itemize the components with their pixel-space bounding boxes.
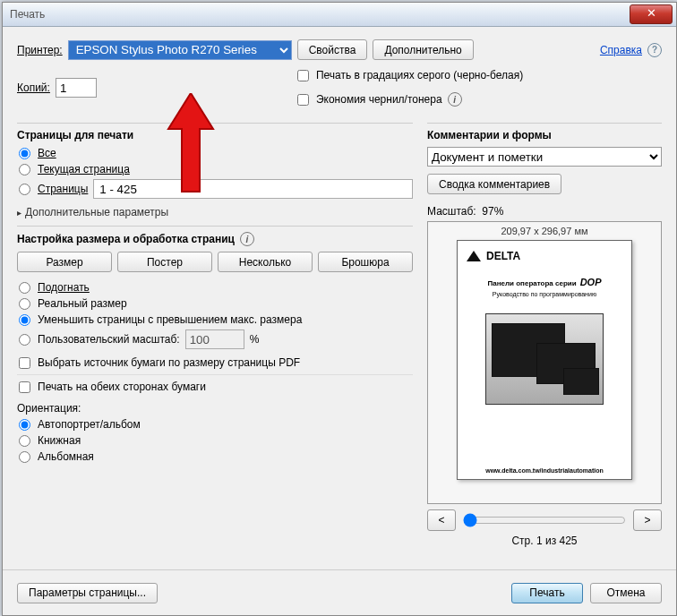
orient-portrait-row: Книжная	[17, 434, 413, 447]
dialog-body: Принтер: EPSON Stylus Photo R270 Series …	[3, 27, 676, 559]
right-column: Комментарии и формы Документ и пометки С…	[427, 116, 662, 547]
orient-landscape-radio[interactable]	[19, 451, 30, 463]
multiple-button[interactable]: Несколько	[218, 252, 313, 272]
left-column: Страницы для печати Все Текущая страница…	[17, 116, 413, 547]
orient-auto-label: Автопортрет/альбом	[38, 418, 141, 431]
pages-current-radio[interactable]	[19, 164, 30, 175]
page-slider[interactable]	[463, 513, 626, 527]
paper-dims: 209,97 x 296,97 мм	[501, 226, 587, 236]
orient-portrait-radio[interactable]	[19, 435, 30, 447]
custom-label: Пользовательский масштаб:	[38, 333, 180, 346]
scale-row: Масштаб: 97%	[427, 205, 662, 218]
orientation-title: Ориентация:	[17, 402, 413, 415]
copies-row: Копий: Печать в градациях серого (черно-…	[17, 65, 662, 110]
scale-value: 97%	[482, 205, 503, 218]
duplex-row: Печать на обеих сторонах бумаги	[17, 381, 413, 393]
orient-landscape-label: Альбомная	[38, 450, 94, 463]
doc-logo: DELTA	[467, 250, 520, 262]
pages-range-radio[interactable]	[19, 184, 30, 195]
custom-scale-input[interactable]	[185, 329, 244, 349]
sizing-button-group: Размер Постер Несколько Брошюра	[17, 252, 413, 272]
page-setup-button[interactable]: Параметры страницы...	[17, 583, 158, 603]
shrink-radio[interactable]	[19, 314, 30, 326]
info-icon[interactable]: i	[448, 92, 462, 107]
orient-auto-radio[interactable]	[19, 419, 30, 431]
properties-button[interactable]: Свойства	[297, 39, 368, 60]
help-icon[interactable]: ?	[647, 43, 662, 57]
footer: Параметры страницы... Печать Отмена	[3, 569, 676, 615]
ink-save-checkbox[interactable]	[297, 94, 309, 106]
advanced-button[interactable]: Дополнительно	[373, 39, 473, 60]
copies-input[interactable]	[56, 78, 97, 98]
cancel-button[interactable]: Отмена	[590, 583, 662, 603]
pages-all-label: Все	[38, 147, 56, 159]
info-icon[interactable]: i	[240, 232, 254, 246]
orientation-panel: Ориентация: Автопортрет/альбом Книжная А…	[17, 402, 413, 463]
device-image	[485, 313, 604, 405]
source-by-pdf-label: Выбрать источник бумаги по размеру стран…	[38, 356, 300, 369]
fit-row: Подогнать	[17, 281, 413, 294]
grayscale-checkbox[interactable]	[297, 70, 309, 81]
orient-auto-row: Автопортрет/альбом	[17, 418, 413, 431]
sizing-title: Настройка размера и обработка страниц i	[17, 232, 413, 246]
pages-range-label: Страницы	[38, 183, 88, 195]
duplex-checkbox[interactable]	[19, 381, 30, 393]
window-title: Печать	[10, 8, 630, 21]
source-by-pdf-checkbox[interactable]	[19, 357, 30, 369]
preview-nav: < >	[427, 509, 662, 531]
page-preview: DELTA Панели оператора серии DOP Руковод…	[457, 240, 632, 480]
next-page-button[interactable]: >	[633, 509, 662, 531]
pages-all-radio[interactable]	[19, 148, 30, 159]
pages-current-label: Текущая страница	[38, 163, 130, 175]
print-button[interactable]: Печать	[511, 583, 583, 603]
comments-summary-button[interactable]: Сводка комментариев	[427, 174, 561, 194]
pages-more-toggle[interactable]: Дополнительные параметры	[17, 206, 168, 218]
pages-current-row: Текущая страница	[17, 163, 413, 175]
scale-label: Масштаб:	[427, 205, 476, 218]
printer-row: Принтер: EPSON Stylus Photo R270 Series …	[17, 39, 662, 60]
ink-save-checkbox-row: Экономия чернил/тонера i	[296, 92, 523, 107]
prev-page-button[interactable]: <	[427, 509, 456, 531]
pages-panel: Страницы для печати Все Текущая страница…	[17, 123, 413, 218]
grayscale-label: Печать в градациях серого (черно-белая)	[316, 69, 523, 81]
custom-row: Пользовательский масштаб: %	[17, 329, 413, 349]
triangle-icon	[467, 251, 481, 261]
pages-all-row: Все	[17, 147, 413, 159]
orient-landscape-row: Альбомная	[17, 450, 413, 463]
close-button[interactable]: ✕	[630, 4, 673, 24]
print-dialog: Печать ✕ Принтер: EPSON Stylus Photo R27…	[2, 2, 677, 616]
pages-range-input[interactable]	[93, 179, 413, 199]
comments-title: Комментарии и формы	[427, 129, 662, 141]
orient-portrait-label: Книжная	[38, 434, 81, 447]
fit-radio[interactable]	[19, 282, 30, 294]
comments-select[interactable]: Документ и пометки	[427, 147, 662, 167]
titlebar: Печать ✕	[3, 3, 676, 27]
main-columns: Страницы для печати Все Текущая страница…	[17, 116, 662, 547]
grayscale-checkbox-row: Печать в градациях серого (черно-белая)	[296, 69, 523, 81]
source-by-pdf-row: Выбрать источник бумаги по размеру стран…	[17, 356, 413, 369]
doc-url: www.delta.com.tw/industrialautomation	[485, 467, 604, 474]
preview-panel: Масштаб: 97% 209,97 x 296,97 мм DELTA Па…	[427, 205, 662, 547]
help-link[interactable]: Справка	[600, 44, 642, 56]
ink-save-label: Экономия чернил/тонера	[316, 93, 442, 106]
actual-radio[interactable]	[19, 298, 30, 310]
preview-box: 209,97 x 296,97 мм DELTA Панели оператор…	[427, 221, 662, 504]
comments-panel: Комментарии и формы Документ и пометки С…	[427, 123, 662, 194]
shrink-label: Уменьшить страницы с превышением макс. р…	[38, 313, 302, 326]
size-button[interactable]: Размер	[17, 252, 112, 272]
duplex-label: Печать на обеих сторонах бумаги	[38, 381, 206, 393]
pages-title: Страницы для печати	[17, 129, 413, 141]
percent-label: %	[250, 333, 260, 346]
booklet-button[interactable]: Брошюра	[318, 252, 413, 272]
doc-subtitle: Руководство по программированию	[493, 291, 596, 297]
actual-row: Реальный размер	[17, 297, 413, 310]
custom-radio[interactable]	[19, 334, 30, 346]
doc-title: Панели оператора серии DOP	[488, 277, 602, 287]
copies-label: Копий:	[17, 81, 50, 94]
pages-range-row: Страницы	[17, 179, 413, 199]
poster-button[interactable]: Постер	[117, 252, 212, 272]
printer-select[interactable]: EPSON Stylus Photo R270 Series	[68, 40, 292, 60]
printer-label: Принтер:	[17, 44, 63, 56]
shrink-row: Уменьшить страницы с превышением макс. р…	[17, 313, 413, 326]
page-counter: Стр. 1 из 425	[427, 535, 662, 547]
